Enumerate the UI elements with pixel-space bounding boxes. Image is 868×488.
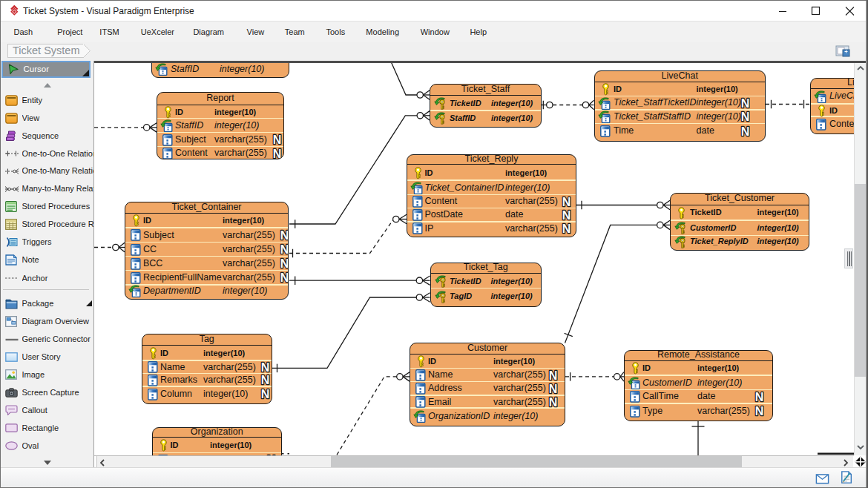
svg-text:N: N <box>755 391 764 403</box>
svg-text:N: N <box>741 97 750 110</box>
svg-text:N: N <box>549 369 558 382</box>
svg-text:N: N <box>280 243 289 256</box>
svg-text:N: N <box>549 383 558 395</box>
svg-text:N: N <box>741 111 750 123</box>
svg-text:N: N <box>741 125 750 138</box>
svg-text:N: N <box>562 196 571 208</box>
svg-text:N: N <box>280 257 289 270</box>
svg-text:N: N <box>272 148 281 160</box>
svg-text:N: N <box>261 374 270 386</box>
svg-text:N: N <box>755 405 764 418</box>
svg-text:N: N <box>280 271 289 284</box>
svg-text:N: N <box>261 361 270 374</box>
svg-text:N: N <box>261 388 270 400</box>
svg-text:N: N <box>562 209 571 222</box>
svg-text:N: N <box>562 222 571 235</box>
svg-text:N: N <box>549 396 558 409</box>
svg-text:N: N <box>272 133 281 146</box>
svg-text:N: N <box>280 229 289 242</box>
